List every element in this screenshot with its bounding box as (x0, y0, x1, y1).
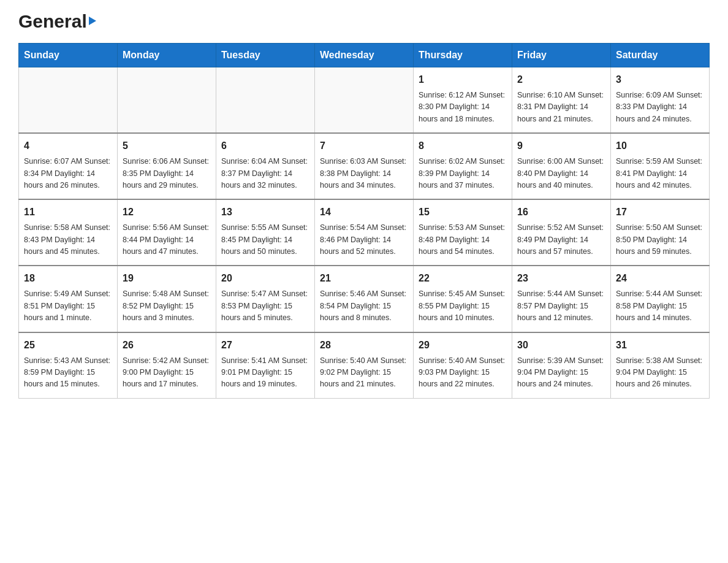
calendar-cell: 19Sunrise: 5:48 AM Sunset: 8:52 PM Dayli… (118, 266, 216, 332)
day-info: Sunrise: 5:39 AM Sunset: 9:04 PM Dayligh… (517, 355, 605, 391)
calendar-table: SundayMondayTuesdayWednesdayThursdayFrid… (18, 43, 710, 399)
day-number: 30 (517, 338, 605, 353)
day-info: Sunrise: 6:07 AM Sunset: 8:34 PM Dayligh… (24, 156, 112, 191)
day-info: Sunrise: 6:04 AM Sunset: 8:37 PM Dayligh… (221, 156, 309, 191)
calendar-cell: 8Sunrise: 6:02 AM Sunset: 8:39 PM Daylig… (414, 133, 512, 199)
day-number: 15 (419, 205, 507, 220)
day-info: Sunrise: 5:54 AM Sunset: 8:46 PM Dayligh… (320, 222, 408, 258)
weekday-header-sunday: Sunday (19, 44, 118, 67)
calendar-cell: 14Sunrise: 5:54 AM Sunset: 8:46 PM Dayli… (315, 199, 414, 266)
day-number: 8 (419, 139, 507, 153)
calendar-cell: 3Sunrise: 6:09 AM Sunset: 8:33 PM Daylig… (611, 67, 710, 134)
day-number: 23 (517, 271, 605, 286)
day-info: Sunrise: 5:55 AM Sunset: 8:45 PM Dayligh… (221, 222, 309, 258)
calendar-cell: 17Sunrise: 5:50 AM Sunset: 8:50 PM Dayli… (611, 199, 710, 266)
weekday-header-wednesday: Wednesday (315, 44, 414, 67)
logo-general-text: General (18, 12, 87, 31)
day-number: 19 (123, 271, 211, 286)
week-row-1: 1Sunrise: 6:12 AM Sunset: 8:30 PM Daylig… (19, 67, 710, 134)
day-number: 4 (24, 139, 112, 153)
day-number: 11 (24, 205, 112, 220)
calendar-cell: 26Sunrise: 5:42 AM Sunset: 9:00 PM Dayli… (118, 332, 216, 399)
day-number: 24 (616, 271, 704, 286)
day-number: 25 (24, 338, 112, 353)
day-info: Sunrise: 5:56 AM Sunset: 8:44 PM Dayligh… (123, 222, 211, 258)
day-info: Sunrise: 6:06 AM Sunset: 8:35 PM Dayligh… (123, 156, 211, 191)
weekday-header-friday: Friday (512, 44, 611, 67)
day-number: 20 (221, 271, 309, 286)
calendar-cell (118, 67, 216, 134)
day-number: 2 (517, 72, 605, 87)
calendar-cell: 9Sunrise: 6:00 AM Sunset: 8:40 PM Daylig… (512, 133, 611, 199)
day-info: Sunrise: 5:44 AM Sunset: 8:57 PM Dayligh… (517, 288, 605, 324)
calendar-cell: 28Sunrise: 5:40 AM Sunset: 9:02 PM Dayli… (315, 332, 414, 399)
day-info: Sunrise: 6:03 AM Sunset: 8:38 PM Dayligh… (320, 156, 408, 191)
calendar-cell: 22Sunrise: 5:45 AM Sunset: 8:55 PM Dayli… (414, 266, 512, 332)
day-number: 6 (221, 139, 309, 153)
day-info: Sunrise: 5:52 AM Sunset: 8:49 PM Dayligh… (517, 222, 605, 258)
weekday-header-tuesday: Tuesday (216, 44, 315, 67)
day-info: Sunrise: 5:53 AM Sunset: 8:48 PM Dayligh… (419, 222, 507, 258)
day-number: 17 (616, 205, 704, 220)
calendar-cell: 7Sunrise: 6:03 AM Sunset: 8:38 PM Daylig… (315, 133, 414, 199)
week-row-2: 4Sunrise: 6:07 AM Sunset: 8:34 PM Daylig… (19, 133, 710, 199)
week-row-4: 18Sunrise: 5:49 AM Sunset: 8:51 PM Dayli… (19, 266, 710, 332)
calendar-cell: 1Sunrise: 6:12 AM Sunset: 8:30 PM Daylig… (414, 67, 512, 134)
day-number: 1 (419, 72, 507, 87)
day-info: Sunrise: 6:02 AM Sunset: 8:39 PM Dayligh… (419, 156, 507, 191)
day-info: Sunrise: 5:45 AM Sunset: 8:55 PM Dayligh… (419, 288, 507, 324)
calendar-cell: 5Sunrise: 6:06 AM Sunset: 8:35 PM Daylig… (118, 133, 216, 199)
day-number: 31 (616, 338, 704, 353)
page-header: General (18, 12, 710, 31)
day-info: Sunrise: 5:44 AM Sunset: 8:58 PM Dayligh… (616, 288, 704, 324)
calendar-cell: 21Sunrise: 5:46 AM Sunset: 8:54 PM Dayli… (315, 266, 414, 332)
day-number: 29 (419, 338, 507, 353)
day-info: Sunrise: 6:10 AM Sunset: 8:31 PM Dayligh… (517, 90, 605, 125)
calendar-cell: 4Sunrise: 6:07 AM Sunset: 8:34 PM Daylig… (19, 133, 118, 199)
day-info: Sunrise: 5:59 AM Sunset: 8:41 PM Dayligh… (616, 156, 704, 191)
day-info: Sunrise: 6:12 AM Sunset: 8:30 PM Dayligh… (419, 90, 507, 125)
day-info: Sunrise: 6:00 AM Sunset: 8:40 PM Dayligh… (517, 156, 605, 191)
day-number: 10 (616, 139, 704, 153)
calendar-cell: 20Sunrise: 5:47 AM Sunset: 8:53 PM Dayli… (216, 266, 315, 332)
calendar-cell: 29Sunrise: 5:40 AM Sunset: 9:03 PM Dayli… (414, 332, 512, 399)
calendar-cell: 25Sunrise: 5:43 AM Sunset: 8:59 PM Dayli… (19, 332, 118, 399)
weekday-header-thursday: Thursday (414, 44, 512, 67)
day-number: 16 (517, 205, 605, 220)
calendar-cell: 10Sunrise: 5:59 AM Sunset: 8:41 PM Dayli… (611, 133, 710, 199)
logo: General (18, 12, 96, 31)
day-number: 12 (123, 205, 211, 220)
calendar-cell: 18Sunrise: 5:49 AM Sunset: 8:51 PM Dayli… (19, 266, 118, 332)
day-info: Sunrise: 5:38 AM Sunset: 9:04 PM Dayligh… (616, 355, 704, 391)
day-number: 3 (616, 72, 704, 87)
calendar-cell: 24Sunrise: 5:44 AM Sunset: 8:58 PM Dayli… (611, 266, 710, 332)
day-info: Sunrise: 5:47 AM Sunset: 8:53 PM Dayligh… (221, 288, 309, 324)
calendar-cell (216, 67, 315, 134)
calendar-cell: 31Sunrise: 5:38 AM Sunset: 9:04 PM Dayli… (611, 332, 710, 399)
day-info: Sunrise: 5:46 AM Sunset: 8:54 PM Dayligh… (320, 288, 408, 324)
calendar-cell: 6Sunrise: 6:04 AM Sunset: 8:37 PM Daylig… (216, 133, 315, 199)
logo-triangle-icon (89, 17, 96, 25)
calendar-cell: 30Sunrise: 5:39 AM Sunset: 9:04 PM Dayli… (512, 332, 611, 399)
day-number: 5 (123, 139, 211, 153)
calendar-cell: 23Sunrise: 5:44 AM Sunset: 8:57 PM Dayli… (512, 266, 611, 332)
day-number: 26 (123, 338, 211, 353)
calendar-cell (19, 67, 118, 134)
day-info: Sunrise: 5:42 AM Sunset: 9:00 PM Dayligh… (123, 355, 211, 391)
day-number: 14 (320, 205, 408, 220)
calendar-cell: 2Sunrise: 6:10 AM Sunset: 8:31 PM Daylig… (512, 67, 611, 134)
day-info: Sunrise: 5:41 AM Sunset: 9:01 PM Dayligh… (221, 355, 309, 391)
day-info: Sunrise: 5:40 AM Sunset: 9:03 PM Dayligh… (419, 355, 507, 391)
day-number: 22 (419, 271, 507, 286)
calendar-cell: 11Sunrise: 5:58 AM Sunset: 8:43 PM Dayli… (19, 199, 118, 266)
day-number: 13 (221, 205, 309, 220)
day-number: 27 (221, 338, 309, 353)
calendar-header-row: SundayMondayTuesdayWednesdayThursdayFrid… (19, 44, 710, 67)
day-info: Sunrise: 5:48 AM Sunset: 8:52 PM Dayligh… (123, 288, 211, 324)
day-info: Sunrise: 5:58 AM Sunset: 8:43 PM Dayligh… (24, 222, 112, 258)
day-info: Sunrise: 5:43 AM Sunset: 8:59 PM Dayligh… (24, 355, 112, 391)
weekday-header-monday: Monday (118, 44, 216, 67)
day-number: 7 (320, 139, 408, 153)
day-info: Sunrise: 5:40 AM Sunset: 9:02 PM Dayligh… (320, 355, 408, 391)
day-number: 21 (320, 271, 408, 286)
